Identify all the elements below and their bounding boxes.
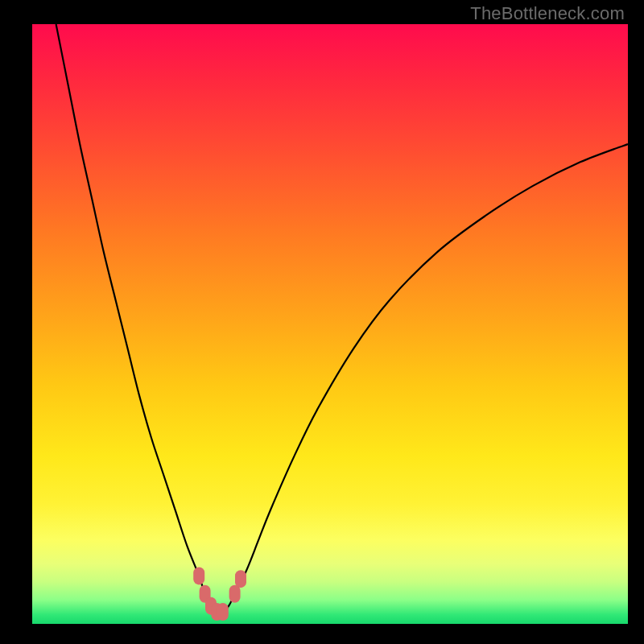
bottleneck-curve (32, 24, 628, 624)
marker-point (217, 603, 229, 621)
curve-markers (193, 567, 246, 621)
marker-point (235, 570, 246, 588)
marker-point (193, 567, 204, 584)
plot-area (32, 24, 628, 624)
marker-point (229, 585, 241, 603)
curve-path (56, 24, 628, 613)
chart-frame: TheBottleneck.com (0, 0, 644, 644)
watermark-text: TheBottleneck.com (470, 3, 625, 24)
